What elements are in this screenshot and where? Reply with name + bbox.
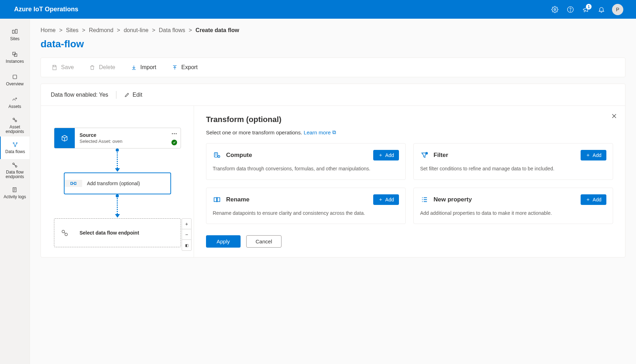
avatar[interactable]: P: [612, 4, 623, 15]
divider: [116, 91, 116, 99]
panel-top: Data flow enabled: Yes Edit: [41, 84, 625, 106]
nav-label: Assets: [8, 104, 21, 109]
export-button[interactable]: Export: [172, 64, 198, 71]
nav-activity-logs[interactable]: Activity logs: [0, 182, 30, 204]
delete-label: Delete: [99, 64, 115, 71]
announcements-icon[interactable]: 1: [578, 2, 594, 17]
breadcrumb-link[interactable]: Sites: [66, 27, 79, 34]
cancel-button[interactable]: Cancel: [246, 235, 282, 248]
nav-instances[interactable]: Instances: [0, 46, 30, 69]
save-icon: [52, 65, 57, 71]
edit-button[interactable]: Edit: [124, 92, 143, 98]
endpoint-node-icon: [54, 229, 75, 237]
compute-icon: [213, 151, 221, 159]
card-title: New property: [434, 196, 576, 203]
apply-button[interactable]: Apply: [206, 235, 241, 248]
add-newprop-button[interactable]: ＋Add: [581, 194, 606, 205]
card-title: Compute: [226, 152, 368, 159]
import-label: Import: [140, 64, 156, 71]
panel: Data flow enabled: Yes Edit Source: [41, 84, 625, 257]
details-pane: Transform (optional) Select one or more …: [194, 106, 625, 257]
card-desc: Transform data through conversions, form…: [213, 165, 399, 172]
edit-icon: [124, 92, 130, 98]
card-desc: Add additional properties to data to mak…: [420, 210, 606, 217]
list-icon: [420, 196, 429, 204]
connector: [117, 196, 118, 217]
nav-data-flow-endpoints[interactable]: Data flow endpoints: [0, 159, 30, 182]
source-node-more-icon[interactable]: ⋯: [171, 130, 177, 137]
export-icon: [172, 65, 178, 71]
filter-card: Filter ＋Add Set filter conditions to ref…: [413, 143, 613, 180]
left-nav: Sites Instances Overview Assets Asset en…: [0, 19, 30, 364]
bell-icon[interactable]: [594, 2, 609, 17]
transform-node-icon: [65, 180, 82, 187]
delete-button: Delete: [89, 64, 115, 71]
add-filter-button[interactable]: ＋Add: [581, 150, 606, 160]
breadcrumb-current: Create data flow: [195, 27, 239, 34]
transform-node[interactable]: Add transform (optional): [64, 172, 171, 194]
nav-label: Asset endpoints: [1, 125, 28, 134]
svg-rect-7: [13, 75, 17, 79]
endpoint-node[interactable]: Select data flow endpoint: [54, 218, 181, 247]
data-flows-icon: [12, 141, 19, 148]
plus-icon: ＋: [378, 196, 383, 203]
breadcrumb-link[interactable]: Home: [41, 27, 56, 34]
svg-point-11: [13, 142, 14, 144]
source-node[interactable]: Source Selected Asset: oven ⋯: [54, 128, 181, 148]
zoom-controls: + − ◧: [182, 218, 192, 251]
import-button[interactable]: Import: [131, 64, 156, 71]
card-desc: Rename datapoints to ensure clarity and …: [213, 210, 399, 217]
zoom-out-button[interactable]: −: [182, 229, 191, 240]
details-title: Transform (optional): [206, 115, 613, 124]
zoom-in-button[interactable]: +: [182, 219, 191, 229]
source-title: Source: [80, 132, 176, 138]
transform-title: Add transform (optional): [87, 181, 165, 186]
svg-point-13: [15, 146, 16, 147]
nav-label: Instances: [6, 59, 24, 64]
add-label: Add: [385, 197, 394, 202]
close-icon[interactable]: [611, 113, 617, 119]
add-rename-button[interactable]: ＋Add: [373, 194, 399, 205]
save-label: Save: [61, 64, 74, 71]
flow-enabled-status: Data flow enabled: Yes: [51, 92, 108, 98]
delete-icon: [89, 65, 95, 71]
add-compute-button[interactable]: ＋Add: [373, 150, 399, 160]
sites-icon: [11, 28, 18, 35]
rename-card: Rename ＋Add Rename datapoints to ensure …: [206, 188, 406, 224]
help-icon[interactable]: [563, 2, 578, 17]
main: Home> Sites> Redmond> donut-line> Data f…: [30, 19, 636, 364]
svg-point-8: [16, 98, 17, 99]
svg-rect-4: [16, 30, 17, 34]
settings-icon[interactable]: [547, 2, 563, 17]
learn-more-link[interactable]: Learn more ⧉: [304, 129, 336, 135]
nav-label: Data flows: [5, 150, 25, 154]
nav-sites[interactable]: Sites: [0, 24, 30, 46]
data-flow-endpoints-icon: [11, 162, 18, 169]
breadcrumb-link[interactable]: Redmond: [89, 27, 113, 34]
plus-icon: ＋: [586, 196, 590, 203]
breadcrumb-link[interactable]: Data flows: [159, 27, 185, 34]
add-label: Add: [593, 197, 601, 202]
nav-assets[interactable]: Assets: [0, 91, 30, 114]
nav-asset-endpoints[interactable]: Asset endpoints: [0, 114, 30, 136]
svg-rect-17: [71, 182, 72, 185]
nav-overview[interactable]: Overview: [0, 69, 30, 91]
nav-data-flows[interactable]: Data flows: [0, 136, 30, 159]
notification-badge: 1: [586, 4, 592, 10]
svg-rect-24: [214, 198, 217, 201]
check-icon: [171, 140, 177, 145]
zoom-fit-button[interactable]: ◧: [182, 240, 191, 250]
plus-icon: ＋: [378, 152, 383, 158]
activity-logs-icon: [11, 186, 18, 193]
details-subtitle: Select one or more transform operations.…: [206, 129, 613, 135]
asset-endpoints-icon: [11, 116, 18, 123]
nav-label: Activity logs: [4, 195, 26, 199]
svg-point-22: [218, 156, 220, 158]
card-title: Filter: [434, 152, 576, 159]
breadcrumb-link[interactable]: donut-line: [124, 27, 149, 34]
rename-icon: [213, 196, 221, 204]
nav-label: Sites: [10, 37, 20, 41]
command-bar: Save Delete Import Export: [41, 57, 625, 77]
svg-point-2: [570, 11, 570, 11]
source-subtitle: Selected Asset: oven: [80, 139, 176, 144]
